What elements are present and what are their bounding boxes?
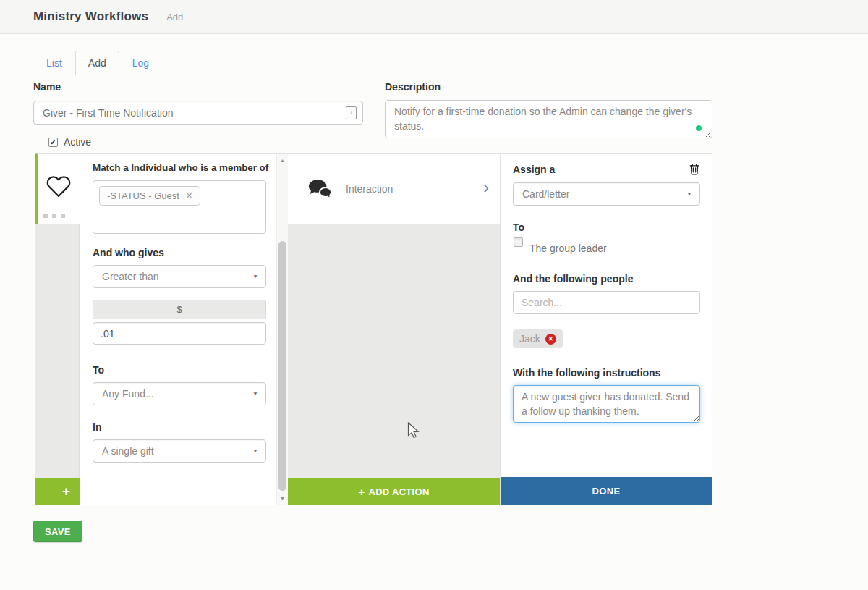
actions-column-body bbox=[288, 224, 500, 478]
interaction-card[interactable]: Interaction › bbox=[288, 153, 500, 224]
tab-log[interactable]: Log bbox=[119, 51, 162, 75]
name-field-wrap: ↓ bbox=[33, 101, 363, 125]
people-search-input[interactable] bbox=[513, 291, 700, 314]
scrollbar-thumb[interactable] bbox=[278, 241, 286, 491]
people-label: And the following people bbox=[513, 273, 700, 285]
gives-operator-select[interactable]: Greater than ▼ bbox=[93, 265, 266, 288]
currency-addon: $ bbox=[93, 300, 266, 319]
trigger-panel: Match a Individual who is a member of -S… bbox=[80, 153, 288, 505]
match-label: Match a Individual who is a member of bbox=[93, 162, 266, 173]
tab-list[interactable]: List bbox=[33, 51, 75, 75]
group-leader-row: The group leader bbox=[513, 236, 700, 254]
instructions-label: With the following instructions bbox=[513, 367, 700, 379]
trigger-card[interactable] bbox=[35, 153, 80, 224]
scroll-up-icon[interactable]: ▲ bbox=[277, 155, 288, 166]
status-dot-icon bbox=[696, 125, 702, 131]
chevron-right-icon: › bbox=[483, 179, 489, 196]
assign-to-label: To bbox=[513, 222, 700, 233]
add-action-button[interactable]: + ADD ACTION bbox=[288, 478, 500, 505]
ellipsis-dots-icon bbox=[43, 214, 65, 218]
person-tag: Jack ✕ bbox=[513, 329, 563, 348]
page-title: Ministry Workflows bbox=[33, 9, 148, 24]
member-tag: -STATUS - Guest ✕ bbox=[99, 186, 200, 206]
fund-to-label: To bbox=[93, 364, 266, 376]
done-button[interactable]: DONE bbox=[501, 477, 712, 505]
member-tag-box[interactable]: -STATUS - Guest ✕ bbox=[93, 180, 266, 234]
page-header: Ministry Workflows Add bbox=[0, 0, 868, 34]
add-trigger-button[interactable]: + bbox=[35, 478, 80, 505]
name-input[interactable] bbox=[33, 101, 363, 125]
trash-icon[interactable] bbox=[689, 162, 700, 176]
scroll-down-icon[interactable]: ▼ bbox=[277, 493, 288, 504]
gives-label: And who gives bbox=[93, 247, 266, 258]
remove-tag-icon[interactable]: ✕ bbox=[186, 191, 192, 201]
amount-input[interactable] bbox=[93, 322, 266, 345]
frequency-select-value: A single gift bbox=[102, 445, 154, 457]
interaction-label: Interaction bbox=[346, 183, 393, 195]
active-label: Active bbox=[64, 136, 91, 148]
instructions-textarea[interactable]: A new guest giver has donated. Send a fo… bbox=[513, 385, 700, 423]
action-detail-content: Assign a Card/letter ▼ To The group lead… bbox=[501, 154, 712, 477]
actions-column: Interaction › + ADD ACTION bbox=[288, 153, 500, 505]
trigger-panel-content: Match a Individual who is a member of -S… bbox=[80, 154, 277, 505]
group-leader-checkbox[interactable] bbox=[514, 237, 523, 247]
assign-row: Assign a bbox=[513, 164, 700, 176]
member-tag-label: -STATUS - Guest bbox=[107, 190, 179, 201]
caret-down-icon: ▼ bbox=[252, 274, 258, 279]
trigger-rail: + bbox=[35, 153, 80, 505]
description-textarea[interactable]: Notify for a first-time donation so the … bbox=[385, 100, 712, 138]
caret-down-icon: ▼ bbox=[252, 391, 258, 396]
assign-type-value: Card/letter bbox=[522, 188, 569, 200]
caret-down-icon: ▼ bbox=[252, 448, 258, 453]
remove-person-icon[interactable]: ✕ bbox=[545, 334, 556, 345]
person-tag-label: Jack bbox=[519, 333, 540, 345]
panel-scrollbar[interactable]: ▲ ▼ bbox=[276, 154, 288, 505]
fund-select[interactable]: Any Fund... ▼ bbox=[93, 382, 266, 405]
action-detail-column: Assign a Card/letter ▼ To The group lead… bbox=[500, 153, 712, 505]
description-label: Description bbox=[385, 81, 441, 93]
chat-bubbles-icon bbox=[307, 179, 332, 200]
heart-icon bbox=[45, 174, 72, 199]
in-label: In bbox=[93, 421, 266, 433]
autofill-icon[interactable]: ↓ bbox=[346, 106, 357, 119]
save-button[interactable]: SAVE bbox=[33, 521, 82, 542]
ministry-workflows-page: Ministry Workflows Add List Add Log Name… bbox=[0, 0, 868, 590]
check-icon: ✓ bbox=[50, 138, 56, 146]
trigger-rail-body bbox=[35, 224, 80, 478]
assign-type-select[interactable]: Card/letter ▼ bbox=[513, 182, 700, 206]
tab-bar: List Add Log bbox=[33, 51, 712, 75]
active-checkbox[interactable]: ✓ bbox=[48, 138, 58, 147]
breadcrumb-section: Add bbox=[166, 12, 183, 22]
gives-operator-value: Greater than bbox=[102, 271, 159, 282]
description-field-wrap: Notify for a first-time donation so the … bbox=[385, 100, 712, 138]
active-row: ✓ Active bbox=[48, 136, 91, 148]
assign-label: Assign a bbox=[513, 164, 555, 175]
add-action-label: ADD ACTION bbox=[368, 486, 429, 497]
name-label: Name bbox=[33, 81, 61, 93]
plus-icon: + bbox=[358, 486, 365, 497]
group-leader-label: The group leader bbox=[529, 243, 607, 254]
fund-select-value: Any Fund... bbox=[102, 388, 154, 400]
frequency-select[interactable]: A single gift ▼ bbox=[93, 439, 266, 463]
tab-add[interactable]: Add bbox=[75, 51, 119, 75]
caret-down-icon: ▼ bbox=[686, 191, 692, 196]
